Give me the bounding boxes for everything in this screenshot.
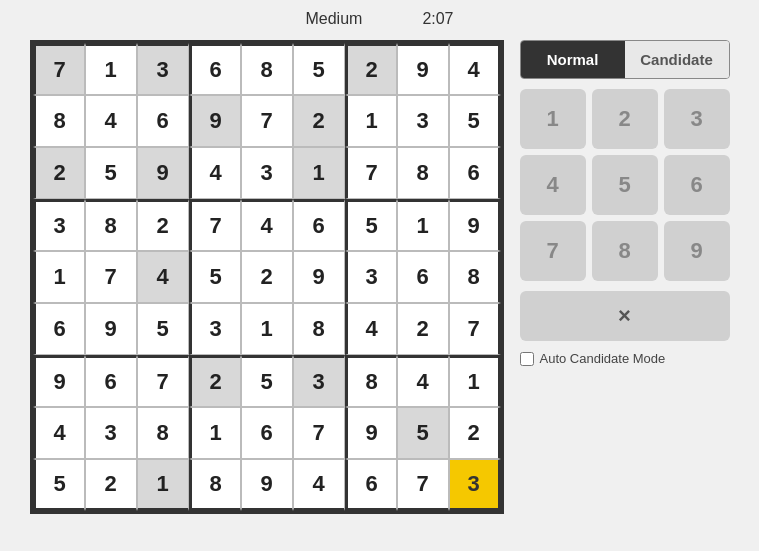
numpad-button-4[interactable]: 4 [520,155,586,215]
cell[interactable]: 1 [189,407,241,459]
cell[interactable]: 6 [137,95,189,147]
cell[interactable]: 4 [293,459,345,511]
cell[interactable]: 2 [33,147,85,199]
cell[interactable]: 7 [85,251,137,303]
cell[interactable]: 6 [345,459,397,511]
cell[interactable]: 4 [241,199,293,251]
cell[interactable]: 4 [397,355,449,407]
cell[interactable]: 8 [85,199,137,251]
cell[interactable]: 5 [241,355,293,407]
cell[interactable]: 5 [345,199,397,251]
cell[interactable]: 2 [345,43,397,95]
cell[interactable]: 5 [33,459,85,511]
cell[interactable]: 4 [345,303,397,355]
cell[interactable]: 7 [293,407,345,459]
cell[interactable]: 6 [85,355,137,407]
clear-button[interactable]: × [520,291,730,341]
cell[interactable]: 4 [449,43,501,95]
cell[interactable]: 1 [137,459,189,511]
game-header: Medium 2:07 [305,10,453,28]
mode-toggle: Normal Candidate [520,40,730,79]
cell[interactable]: 5 [449,95,501,147]
cell[interactable]: 9 [293,251,345,303]
cell[interactable]: 6 [397,251,449,303]
numpad-button-1[interactable]: 1 [520,89,586,149]
sudoku-grid[interactable]: 7136852948469721352594317863827465191745… [30,40,504,514]
cell[interactable]: 5 [85,147,137,199]
cell[interactable]: 1 [33,251,85,303]
cell[interactable]: 3 [345,251,397,303]
cell[interactable]: 8 [189,459,241,511]
cell[interactable]: 6 [449,147,501,199]
cell[interactable]: 9 [241,459,293,511]
numpad-button-3[interactable]: 3 [664,89,730,149]
numpad-button-2[interactable]: 2 [592,89,658,149]
cell[interactable]: 2 [293,95,345,147]
cell[interactable]: 9 [397,43,449,95]
cell[interactable]: 3 [33,199,85,251]
cell[interactable]: 8 [33,95,85,147]
cell[interactable]: 1 [241,303,293,355]
candidate-mode-button[interactable]: Candidate [625,41,729,78]
cell[interactable]: 7 [33,43,85,95]
numpad-button-5[interactable]: 5 [592,155,658,215]
cell[interactable]: 8 [293,303,345,355]
cell[interactable]: 6 [33,303,85,355]
cell[interactable]: 9 [85,303,137,355]
normal-mode-button[interactable]: Normal [521,41,625,78]
cell[interactable]: 1 [85,43,137,95]
cell[interactable]: 5 [293,43,345,95]
cell[interactable]: 2 [449,407,501,459]
cell[interactable]: 1 [345,95,397,147]
cell[interactable]: 4 [189,147,241,199]
cell[interactable]: 8 [397,147,449,199]
cell[interactable]: 7 [137,355,189,407]
cell[interactable]: 3 [397,95,449,147]
cell[interactable]: 5 [137,303,189,355]
numpad-button-7[interactable]: 7 [520,221,586,281]
cell[interactable]: 7 [397,459,449,511]
cell[interactable]: 1 [397,199,449,251]
cell[interactable]: 5 [397,407,449,459]
cell[interactable]: 3 [241,147,293,199]
cell[interactable]: 1 [449,355,501,407]
cell[interactable]: 9 [33,355,85,407]
cell[interactable]: 6 [189,43,241,95]
cell[interactable]: 2 [189,355,241,407]
cell[interactable]: 2 [241,251,293,303]
difficulty-label: Medium [305,10,362,28]
cell[interactable]: 3 [189,303,241,355]
cell[interactable]: 6 [241,407,293,459]
cell[interactable]: 3 [293,355,345,407]
cell[interactable]: 7 [189,199,241,251]
cell[interactable]: 3 [137,43,189,95]
cell[interactable]: 5 [189,251,241,303]
auto-candidate-checkbox[interactable] [520,352,534,366]
cell[interactable]: 7 [449,303,501,355]
auto-candidate-option: Auto Candidate Mode [520,351,730,366]
cell[interactable]: 4 [137,251,189,303]
cell[interactable]: 9 [345,407,397,459]
cell[interactable]: 2 [85,459,137,511]
cell[interactable]: 1 [293,147,345,199]
cell[interactable]: 8 [241,43,293,95]
numpad-button-9[interactable]: 9 [664,221,730,281]
cell[interactable]: 2 [137,199,189,251]
numpad-button-8[interactable]: 8 [592,221,658,281]
cell[interactable]: 9 [189,95,241,147]
cell[interactable]: 2 [397,303,449,355]
cell[interactable]: 8 [137,407,189,459]
cell[interactable]: 4 [33,407,85,459]
cell[interactable]: 9 [449,199,501,251]
cell[interactable]: 3 [449,459,501,511]
cell[interactable]: 9 [137,147,189,199]
cell[interactable]: 6 [293,199,345,251]
cell[interactable]: 4 [85,95,137,147]
cell[interactable]: 7 [345,147,397,199]
timer-display: 2:07 [422,10,453,28]
cell[interactable]: 8 [449,251,501,303]
cell[interactable]: 7 [241,95,293,147]
cell[interactable]: 3 [85,407,137,459]
numpad-button-6[interactable]: 6 [664,155,730,215]
cell[interactable]: 8 [345,355,397,407]
